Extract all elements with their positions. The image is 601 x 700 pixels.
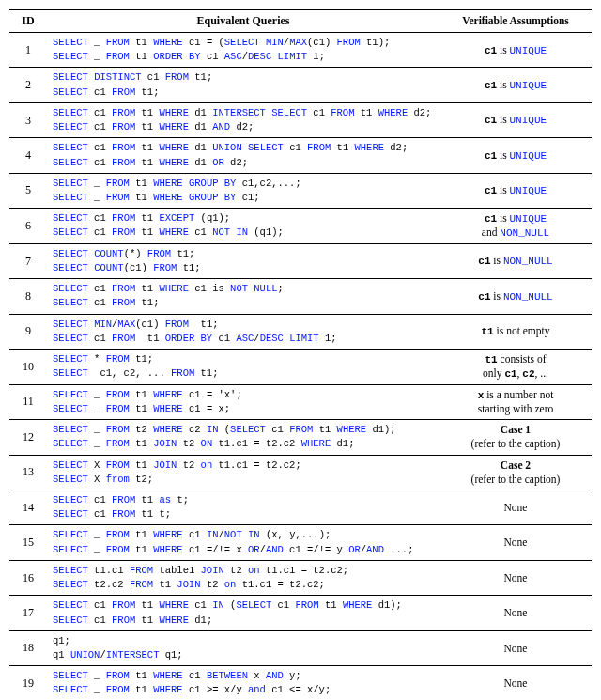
row-id: 18 [9,630,47,665]
assumption: c1 is UNIQUEand NON_NULL [439,209,592,244]
row-id: 17 [9,596,47,630]
row-id: 15 [9,525,47,560]
table-row: 9SELECT MIN/MAX(c1) FROM t1; SELECT c1 F… [9,314,592,349]
assumption: None [439,596,592,630]
equivalent-queries: SELECT DISTINCT c1 FROM t1; SELECT c1 FR… [47,68,439,102]
table-row: 8SELECT c1 FROM t1 WHERE c1 is NOT NULL;… [9,279,592,314]
table-row: 4SELECT c1 FROM t1 WHERE d1 UNION SELECT… [9,138,592,173]
row-id: 13 [9,455,47,490]
equivalent-queries: SELECT c1 FROM t1 WHERE d1 INTERSECT SEL… [47,102,439,137]
assumption: c1 is UNIQUE [439,68,592,102]
row-id: 2 [9,68,47,102]
equivalent-queries: SELECT MIN/MAX(c1) FROM t1; SELECT c1 FR… [47,314,439,349]
header-id: ID [9,10,47,33]
assumption: c1 is NON_NULL [439,279,592,314]
equivalent-queries: SELECT _ FROM t2 WHERE c2 IN (SELECT c1 … [47,420,439,455]
equivalent-queries: q1; q1 UNION/INTERSECT q1; [47,630,439,665]
equivalent-queries: SELECT * FROM t1; SELECT c1, c2, ... FRO… [47,350,439,385]
header-assumptions: Verifiable Assumptions [439,10,592,33]
table-row: 18q1; q1 UNION/INTERSECT q1;None [9,630,592,665]
row-id: 3 [9,102,47,137]
equivalent-queries: SELECT _ FROM t1 WHERE c1 = (SELECT MIN/… [47,33,439,68]
table-row: 2SELECT DISTINCT c1 FROM t1; SELECT c1 F… [9,68,592,102]
assumption: None [439,525,592,560]
table-row: 19SELECT _ FROM t1 WHERE c1 BETWEEN x AN… [9,666,592,700]
header-queries: Equivalent Queries [47,10,439,33]
assumption: c1 is UNIQUE [439,173,592,208]
row-id: 8 [9,279,47,314]
equivalent-queries: SELECT t1.c1 FROM table1 JOIN t2 on t1.c… [47,560,439,595]
assumption: None [439,630,592,665]
assumption: x is a number notstarting with zero [439,384,592,419]
equivalent-queries: SELECT _ FROM t1 WHERE c1 IN/NOT IN (x, … [47,525,439,560]
assumption: Case 1(refer to the caption) [439,420,592,455]
table-row: 3SELECT c1 FROM t1 WHERE d1 INTERSECT SE… [9,102,592,137]
assumption: t1 is not empty [439,314,592,349]
table-row: 11SELECT _ FROM t1 WHERE c1 = 'x'; SELEC… [9,384,592,419]
row-id: 4 [9,138,47,173]
assumption: t1 consists ofonly c1, c2, ... [439,350,592,385]
assumption: Case 2(refer to the caption) [439,455,592,490]
row-id: 7 [9,243,47,278]
table-row: 13SELECT X FROM t1 JOIN t2 on t1.c1 = t2… [9,455,592,490]
table-row: 15SELECT _ FROM t1 WHERE c1 IN/NOT IN (x… [9,525,592,560]
equivalent-queries: SELECT c1 FROM t1 WHERE c1 is NOT NULL; … [47,279,439,314]
table-row: 1SELECT _ FROM t1 WHERE c1 = (SELECT MIN… [9,33,592,68]
assumption: c1 is UNIQUE [439,33,592,68]
row-id: 19 [9,666,47,700]
table-row: 12SELECT _ FROM t2 WHERE c2 IN (SELECT c… [9,420,592,455]
equivalent-queries: SELECT _ FROM t1 WHERE c1 = 'x'; SELECT … [47,384,439,419]
assumption: c1 is UNIQUE [439,102,592,137]
equivalent-queries: SELECT X FROM t1 JOIN t2 on t1.c1 = t2.c… [47,455,439,490]
table-row: 5SELECT _ FROM t1 WHERE GROUP BY c1,c2,.… [9,173,592,208]
equivalent-queries: SELECT c1 FROM t1 as t; SELECT c1 FROM t… [47,490,439,525]
equivalent-queries: SELECT c1 FROM t1 WHERE c1 IN (SELECT c1… [47,596,439,630]
table-row: 17SELECT c1 FROM t1 WHERE c1 IN (SELECT … [9,596,592,630]
row-id: 12 [9,420,47,455]
assumption: None [439,560,592,595]
assumption: c1 is NON_NULL [439,243,592,278]
row-id: 14 [9,490,47,525]
equivalent-queries: SELECT COUNT(*) FROM t1; SELECT COUNT(c1… [47,243,439,278]
equivalent-queries: SELECT c1 FROM t1 EXCEPT (q1); SELECT c1… [47,209,439,244]
table-row: 14SELECT c1 FROM t1 as t; SELECT c1 FROM… [9,490,592,525]
row-id: 1 [9,33,47,68]
table-row: 10SELECT * FROM t1; SELECT c1, c2, ... F… [9,350,592,385]
row-id: 5 [9,173,47,208]
assumption: c1 is UNIQUE [439,138,592,173]
equivalent-queries: SELECT _ FROM t1 WHERE GROUP BY c1,c2,..… [47,173,439,208]
equivalence-table: ID Equivalent Queries Verifiable Assumpt… [9,9,592,700]
row-id: 10 [9,350,47,385]
table-row: 6SELECT c1 FROM t1 EXCEPT (q1); SELECT c… [9,209,592,244]
equivalent-queries: SELECT c1 FROM t1 WHERE d1 UNION SELECT … [47,138,439,173]
table-row: 7SELECT COUNT(*) FROM t1; SELECT COUNT(c… [9,243,592,278]
row-id: 6 [9,209,47,244]
assumption: None [439,666,592,700]
equivalent-queries: SELECT _ FROM t1 WHERE c1 BETWEEN x AND … [47,666,439,700]
assumption: None [439,490,592,525]
row-id: 11 [9,384,47,419]
row-id: 9 [9,314,47,349]
table-row: 16SELECT t1.c1 FROM table1 JOIN t2 on t1… [9,560,592,595]
row-id: 16 [9,560,47,595]
